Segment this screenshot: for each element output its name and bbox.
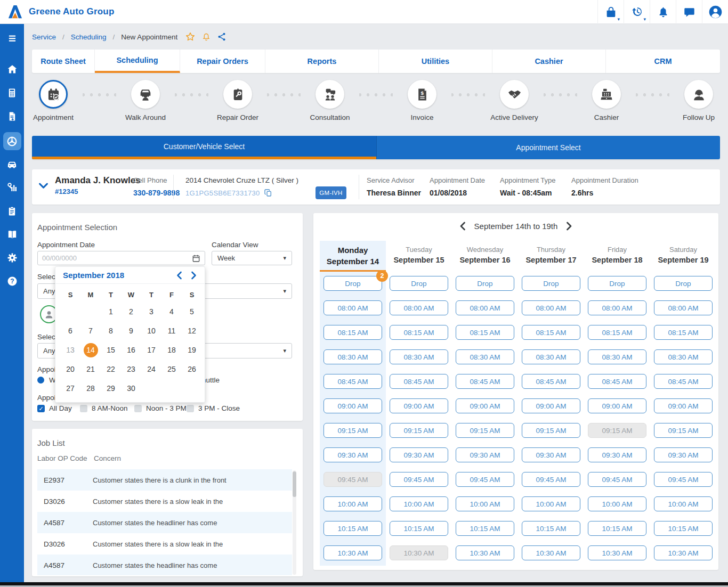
gm-ivh-badge[interactable]: GM-IVH	[316, 186, 346, 199]
tab-crm[interactable]: CRM	[606, 50, 720, 73]
time-slot-button[interactable]: 09:00 AM	[390, 398, 448, 413]
calendar-icon[interactable]	[192, 254, 205, 263]
account-icon[interactable]	[702, 0, 728, 24]
tab-scheduling[interactable]: Scheduling	[95, 50, 180, 73]
date-cell[interactable]: 1	[101, 302, 121, 321]
date-cell[interactable]: 21	[80, 360, 101, 379]
time-slot-button[interactable]: 08:45 AM	[456, 374, 514, 389]
time-slot-button[interactable]: 09:45 AM	[522, 472, 580, 487]
appointment-date-input[interactable]	[38, 254, 192, 262]
time-slot-button[interactable]: 09:30 AM	[654, 447, 713, 462]
breadcrumb-service[interactable]: Service	[32, 33, 56, 41]
drop-button[interactable]: Drop	[323, 276, 382, 291]
time-slot-button[interactable]: 09:30 AM	[588, 447, 646, 462]
time-slot-button[interactable]: 09:30 AM	[522, 447, 580, 462]
time-slot-button[interactable]: 08:30 AM	[456, 349, 514, 364]
date-cell[interactable]: 23	[121, 360, 141, 379]
date-cell[interactable]: 22	[101, 360, 121, 379]
time-slot-button[interactable]: 09:15 AM	[456, 423, 514, 438]
date-cell[interactable]: 11	[161, 321, 182, 340]
date-cell[interactable]: 5	[182, 302, 202, 321]
checkbox-icon[interactable]	[134, 405, 142, 412]
time-slot-button[interactable]: 09:45 AM	[654, 472, 713, 487]
step-appointment[interactable]: Appointment	[24, 80, 83, 121]
day-header[interactable]: FridaySeptember 18	[584, 241, 650, 272]
notifications-icon[interactable]	[650, 0, 676, 24]
step-consultation[interactable]: Consultation	[301, 80, 359, 121]
time-slot-button[interactable]: 08:45 AM	[323, 374, 382, 389]
next-week-icon[interactable]	[566, 222, 572, 231]
drop-button[interactable]: Drop	[588, 276, 646, 291]
date-cell[interactable]: 12	[182, 321, 202, 340]
date-cell[interactable]: 8	[101, 321, 121, 340]
tab-reports[interactable]: Reports	[265, 50, 379, 73]
time-slot-button[interactable]: 09:45 AM	[456, 472, 514, 487]
date-cell[interactable]: 29	[101, 379, 121, 398]
alert-bell-icon[interactable]	[201, 32, 211, 42]
time-slot-button[interactable]: 08:00 AM	[522, 300, 580, 315]
step-active-delivery[interactable]: Active Delivery	[485, 80, 544, 121]
time-slot-button[interactable]: 08:00 AM	[390, 300, 448, 315]
date-cell[interactable]: 6	[60, 321, 80, 340]
copy-icon[interactable]	[264, 189, 272, 197]
next-month-icon[interactable]	[190, 271, 197, 280]
time-slot-button[interactable]: 08:00 AM	[323, 300, 382, 315]
step-repair-order[interactable]: Repair Order	[208, 80, 267, 121]
day-header[interactable]: WednesdaySeptember 16	[452, 241, 518, 272]
job-row[interactable]: A4587Customer states the headliner has c…	[37, 512, 292, 533]
date-cell[interactable]: 4	[161, 302, 182, 321]
job-row[interactable]: D3026Customer states there is a slow lea…	[37, 533, 292, 555]
day-header[interactable]: MondaySeptember 14	[320, 241, 386, 272]
date-cell[interactable]: 13	[60, 340, 80, 360]
time-slot-button[interactable]: 09:00 AM	[323, 398, 382, 413]
job-row[interactable]: D3026Customer states there is a slow lea…	[37, 491, 292, 512]
time-slot-button[interactable]: 08:30 AM	[588, 349, 646, 364]
time-slot-button[interactable]: 10:00 AM	[588, 496, 646, 511]
step-cashier[interactable]: Cashier	[577, 80, 636, 121]
date-cell[interactable]: 18	[161, 340, 182, 360]
breadcrumb-scheduling[interactable]: Scheduling	[71, 33, 107, 41]
time-slot-button[interactable]: 10:30 AM	[654, 545, 713, 560]
date-cell[interactable]: 20	[60, 360, 80, 379]
parts-bag-icon[interactable]: ▾	[597, 0, 624, 24]
time-slot-button[interactable]: 08:30 AM	[522, 349, 580, 364]
time-slot-button[interactable]: 09:45 AM	[390, 472, 448, 487]
book-icon[interactable]	[4, 227, 20, 242]
customer-vehicle-select-tab[interactable]: Customer/Vehicle Select	[32, 136, 376, 159]
time-slot-button[interactable]: 08:45 AM	[588, 374, 646, 389]
tab-utilities[interactable]: Utilities	[379, 50, 492, 73]
prev-month-icon[interactable]	[176, 271, 183, 280]
car-icon[interactable]	[4, 157, 20, 172]
time-slot-button[interactable]: 08:30 AM	[390, 349, 448, 364]
checkbox-checked-icon[interactable]: ✓	[37, 405, 45, 412]
step-follow-up[interactable]: Follow Up	[669, 80, 728, 121]
time-slot-button[interactable]: 10:00 AM	[390, 496, 448, 511]
history-icon[interactable]: ▾	[624, 0, 650, 24]
time-slot-button[interactable]: 09:00 AM	[654, 398, 713, 413]
time-slot-button[interactable]: 08:15 AM	[456, 325, 514, 340]
day-header[interactable]: SaturdaySeptember 19	[650, 241, 716, 272]
time-slot-button[interactable]: 09:00 AM	[456, 398, 514, 413]
time-slot-button[interactable]: 09:15 AM	[654, 423, 713, 438]
time-slot-button[interactable]: 08:15 AM	[522, 325, 580, 340]
date-cell[interactable]: 2	[121, 302, 141, 321]
date-cell[interactable]: 30	[121, 379, 141, 398]
date-cell[interactable]: 15	[101, 340, 121, 360]
time-slot-button[interactable]: 08:00 AM	[588, 300, 646, 315]
tab-repair-orders[interactable]: Repair Orders	[180, 50, 265, 73]
time-slot-button[interactable]: 08:45 AM	[522, 374, 580, 389]
brand-logo-icon[interactable]	[7, 4, 23, 20]
time-slot-button[interactable]: 10:00 AM	[323, 496, 382, 511]
calendar-view-select[interactable]: Week	[212, 251, 292, 265]
date-cell[interactable]: 3	[141, 302, 161, 321]
help-icon[interactable]: ?	[4, 274, 20, 289]
time-slot-button[interactable]: 08:15 AM	[654, 325, 713, 340]
share-icon[interactable]	[217, 32, 227, 42]
day-header[interactable]: TuesdaySeptember 15	[386, 241, 452, 272]
time-slot-button[interactable]: 08:45 AM	[390, 374, 448, 389]
time-slot-button[interactable]: 10:15 AM	[588, 521, 646, 536]
time-slot-button[interactable]: 08:45 AM	[654, 374, 713, 389]
clipboard-icon[interactable]	[4, 203, 20, 218]
service-tools-icon[interactable]	[4, 180, 20, 195]
time-slot-button[interactable]: 09:30 AM	[456, 447, 514, 462]
